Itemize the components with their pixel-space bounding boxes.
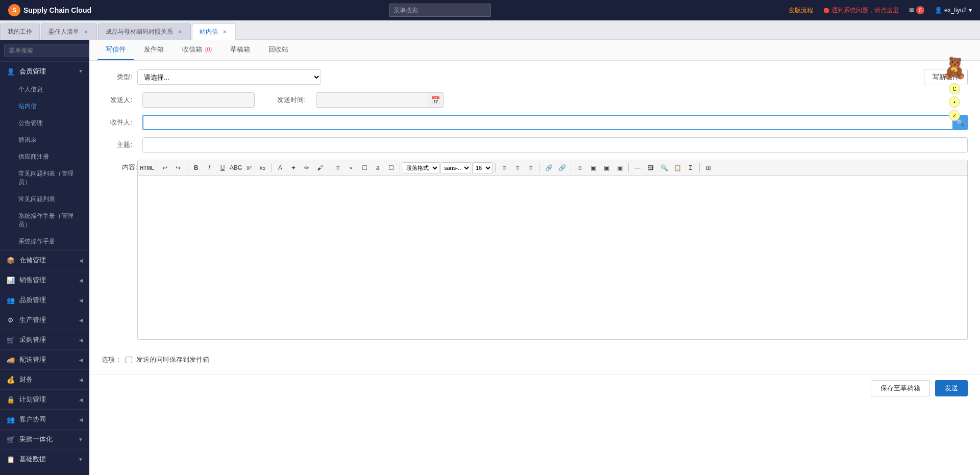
sidebar-item-notice[interactable]: 公告管理 — [0, 115, 89, 132]
toolbar-block-btn[interactable]: ☐ — [385, 162, 397, 173]
sidebar-group-plan-header[interactable]: 🔒 计划管理 ◀ — [0, 390, 89, 409]
toolbar-emoji-btn[interactable]: ☺ — [574, 162, 586, 173]
sidebar-group-basic-header[interactable]: 📋 基础数据 ▼ — [0, 449, 89, 469]
toolbar-zoom-btn[interactable]: 🔍 — [658, 162, 670, 173]
version-link[interactable]: 发版流程 — [789, 6, 813, 15]
toolbar-ol-btn[interactable]: ≡ — [332, 162, 344, 173]
alert-link[interactable]: 遇到系统问题，请点这里 — [823, 6, 899, 15]
header-search-input[interactable] — [389, 4, 491, 17]
tab-responsible[interactable]: 委任人清单 ✕ — [41, 23, 97, 40]
toolbar-link-btn[interactable]: 🔗 — [543, 162, 555, 173]
toolbar-abbr-btn[interactable]: a — [372, 162, 384, 173]
sidebar-group-member-header[interactable]: 👤 会员管理 ▲ — [0, 62, 89, 81]
sidebar-group-purchase2-header[interactable]: 🛒 采购一体化 ▼ — [0, 430, 89, 449]
toolbar-highlight-btn[interactable]: ✦ — [287, 162, 300, 173]
sidebar-group-sales-header[interactable]: 📊 销售管理 ◀ — [0, 270, 89, 290]
toolbar-align-center-btn[interactable]: ≡ — [511, 162, 524, 173]
editor-toolbar: HTML ↩ ↪ B I U ABC x² x₂ A — [138, 160, 967, 176]
toolbar-size-select[interactable]: 16 — [472, 162, 493, 173]
toolbar-html-btn[interactable]: HTML — [141, 162, 153, 173]
sidebar-group-delivery-label: 配送管理 — [19, 355, 46, 364]
type-select[interactable]: 请选择... — [137, 69, 321, 85]
tab-work[interactable]: 我的工作 — [0, 23, 40, 40]
sidebar-group-purchase-header[interactable]: 🛒 采购管理 ◀ — [0, 330, 89, 349]
inner-tab-compose[interactable]: 写信件 — [97, 40, 134, 60]
toolbar-italic-btn[interactable]: I — [203, 162, 215, 173]
toolbar-grid-btn[interactable]: ⊞ — [702, 162, 715, 173]
toolbar-align-left-btn[interactable]: ≡ — [498, 162, 510, 173]
toolbar-image-btn[interactable]: ▣ — [600, 162, 612, 173]
editor-body[interactable] — [138, 176, 967, 339]
user-menu[interactable]: 👤 ex_liyu2 ▾ — [935, 7, 972, 14]
tab-inmail[interactable]: 站内信 ✕ — [192, 23, 236, 40]
mail-badge: 0 — [916, 6, 924, 14]
mascot-btn-3[interactable]: ✓ — [949, 110, 960, 121]
toolbar-ul-btn[interactable]: ⚬ — [345, 162, 357, 173]
toolbar-font-select[interactable]: sans-... — [440, 162, 471, 173]
toolbar-superscript-btn[interactable]: x² — [243, 162, 255, 173]
toolbar-align-right-btn[interactable]: ≡ — [525, 162, 537, 173]
toolbar-brush-btn[interactable]: ✏ — [301, 162, 313, 173]
sidebar-group-plan: 🔒 计划管理 ◀ — [0, 390, 89, 410]
toolbar-table-btn[interactable]: ▣ — [587, 162, 599, 173]
save-copy-checkbox[interactable] — [126, 357, 132, 363]
toolbar-strikethrough-btn[interactable]: ABC — [230, 162, 242, 173]
toolbar-bold-btn[interactable]: B — [190, 162, 202, 173]
toolbar-unlink-btn[interactable]: 🔗 — [556, 162, 568, 173]
sender-input[interactable] — [142, 92, 255, 108]
calendar-button[interactable]: 📅 — [428, 92, 444, 108]
toolbar-insertimage-btn[interactable]: 🖼 — [645, 162, 657, 173]
sidebar-item-personal[interactable]: 个人信息 — [0, 81, 89, 98]
sidebar-item-faq[interactable]: 常见问题列表 — [0, 191, 89, 208]
subject-input[interactable] — [142, 137, 968, 153]
sidebar-item-faq-admin[interactable]: 常见问题列表（管理员） — [0, 165, 89, 191]
tab-material-close[interactable]: ✕ — [176, 29, 183, 36]
sidebar-group-sales: 📊 销售管理 ◀ — [0, 270, 89, 290]
sidebar-group-basic: 📋 基础数据 ▼ — [0, 449, 89, 469]
toolbar-redo-btn[interactable]: ↪ — [172, 162, 184, 173]
purchase-icon: 🛒 — [6, 335, 15, 344]
inner-tab-inbox[interactable]: 收信箱 (0) — [174, 40, 220, 60]
sidebar-group-customer-header[interactable]: 👥 客户协同 ◀ — [0, 410, 89, 429]
sidebar-item-inmail[interactable]: 站内信 — [0, 98, 89, 115]
finance-chevron-icon: ◀ — [79, 377, 83, 383]
send-time-input[interactable] — [316, 92, 428, 108]
receiver-input[interactable] — [142, 115, 952, 130]
send-button[interactable]: 发送 — [935, 380, 968, 396]
tab-responsible-close[interactable]: ✕ — [82, 29, 89, 36]
sidebar-group-warehouse-header[interactable]: 📦 仓储管理 ◀ — [0, 251, 89, 270]
sidebar-item-supplier-reg[interactable]: 供应商注册 — [0, 148, 89, 165]
toolbar-undo-btn[interactable]: ↩ — [159, 162, 171, 173]
sidebar-item-manual-admin[interactable]: 系统操作手册（管理员） — [0, 208, 89, 233]
mascot-btn-2[interactable]: • — [949, 96, 960, 108]
sidebar-item-contacts[interactable]: 通讯录 — [0, 132, 89, 148]
toolbar-font-color-btn[interactable]: A — [274, 162, 286, 173]
toolbar-underline-btn[interactable]: U — [216, 162, 229, 173]
tab-inmail-close[interactable]: ✕ — [221, 29, 228, 36]
toolbar-subscript-btn[interactable]: x₂ — [256, 162, 268, 173]
app-logo: S Supply Chain Cloud — [8, 4, 91, 16]
toolbar-hr-btn[interactable]: — — [631, 162, 644, 173]
toolbar-video-btn[interactable]: ▣ — [614, 162, 626, 173]
sidebar-group-quality-header[interactable]: 👥 品质管理 ◀ — [0, 290, 89, 310]
sidebar-item-manual[interactable]: 系统操作手册 — [0, 233, 89, 250]
quality-chevron-icon: ◀ — [79, 297, 83, 303]
sidebar-search-input[interactable] — [4, 44, 89, 57]
toolbar-format-select[interactable]: 段落格式 — [403, 162, 439, 173]
toolbar-clipboard-btn[interactable]: 📋 — [671, 162, 683, 173]
save-copy-label: 发送的同时保存到发件箱 — [136, 355, 209, 364]
inner-tab-sent[interactable]: 发件箱 — [136, 40, 172, 60]
inner-tab-draft[interactable]: 草稿箱 — [222, 40, 258, 60]
sidebar-group-finance-header[interactable]: 💰 财务 ◀ — [0, 370, 89, 389]
mail-icon-area[interactable]: ✉ 0 — [909, 6, 924, 14]
sidebar-group-delivery-header[interactable]: 🚚 配送管理 ◀ — [0, 350, 89, 369]
inner-tab-trash[interactable]: 回收站 — [260, 40, 297, 60]
tab-material[interactable]: 成品与母材编码对照关系 ✕ — [98, 23, 191, 40]
mascot-btn-1[interactable]: C — [949, 83, 960, 94]
save-draft-button[interactable]: 保存至草稿箱 — [871, 380, 930, 396]
toolbar-formula-btn[interactable]: Σ — [684, 162, 697, 173]
toolbar-paint-btn[interactable]: 🖌 — [314, 162, 326, 173]
production-icon: ⚙ — [6, 315, 15, 324]
sidebar-group-production-header[interactable]: ⚙ 生产管理 ◀ — [0, 310, 89, 330]
toolbar-checkbox-btn[interactable]: ☐ — [358, 162, 371, 173]
